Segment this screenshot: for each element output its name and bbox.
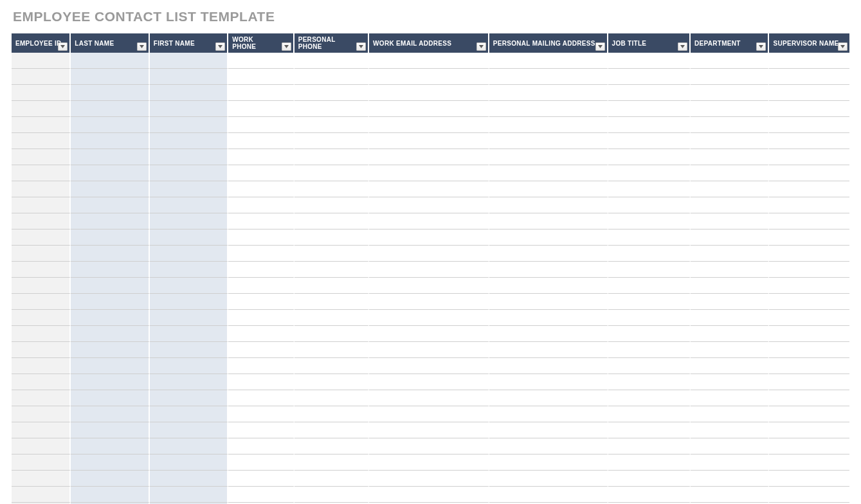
table-cell[interactable] xyxy=(228,246,294,262)
table-cell[interactable] xyxy=(228,230,294,246)
table-cell[interactable] xyxy=(150,117,228,133)
table-cell[interactable] xyxy=(150,390,228,406)
table-cell[interactable] xyxy=(691,230,769,246)
table-cell[interactable] xyxy=(691,246,769,262)
filter-dropdown-icon[interactable] xyxy=(58,42,68,51)
filter-dropdown-icon[interactable] xyxy=(137,42,147,51)
table-cell[interactable] xyxy=(369,230,489,246)
table-cell[interactable] xyxy=(489,69,608,85)
table-cell[interactable] xyxy=(369,101,489,117)
table-cell[interactable] xyxy=(691,342,769,358)
table-cell[interactable] xyxy=(608,69,691,85)
table-cell[interactable] xyxy=(489,471,608,487)
table-cell[interactable] xyxy=(369,213,489,230)
table-cell[interactable] xyxy=(369,133,489,149)
table-cell[interactable] xyxy=(71,230,149,246)
table-cell[interactable] xyxy=(489,278,608,294)
table-cell[interactable] xyxy=(12,197,71,213)
table-cell[interactable] xyxy=(71,165,149,181)
table-cell[interactable] xyxy=(769,246,849,262)
table-cell[interactable] xyxy=(489,133,608,149)
table-cell[interactable] xyxy=(769,310,849,326)
table-cell[interactable] xyxy=(295,149,369,165)
table-cell[interactable] xyxy=(150,342,228,358)
table-cell[interactable] xyxy=(369,471,489,487)
table-cell[interactable] xyxy=(71,133,149,149)
table-cell[interactable] xyxy=(71,406,149,422)
table-cell[interactable] xyxy=(691,455,769,471)
table-cell[interactable] xyxy=(608,374,691,390)
table-cell[interactable] xyxy=(12,390,71,406)
table-cell[interactable] xyxy=(369,422,489,438)
table-cell[interactable] xyxy=(691,422,769,438)
table-cell[interactable] xyxy=(295,278,369,294)
table-cell[interactable] xyxy=(12,326,71,342)
table-cell[interactable] xyxy=(769,487,849,503)
table-cell[interactable] xyxy=(489,342,608,358)
table-cell[interactable] xyxy=(71,471,149,487)
table-cell[interactable] xyxy=(691,487,769,503)
table-cell[interactable] xyxy=(150,101,228,117)
table-cell[interactable] xyxy=(769,213,849,230)
table-cell[interactable] xyxy=(369,149,489,165)
table-cell[interactable] xyxy=(71,390,149,406)
table-cell[interactable] xyxy=(608,406,691,422)
table-cell[interactable] xyxy=(295,230,369,246)
table-cell[interactable] xyxy=(769,326,849,342)
table-cell[interactable] xyxy=(150,149,228,165)
table-cell[interactable] xyxy=(71,422,149,438)
table-cell[interactable] xyxy=(691,358,769,374)
table-cell[interactable] xyxy=(489,53,608,69)
table-cell[interactable] xyxy=(489,438,608,455)
filter-dropdown-icon[interactable] xyxy=(356,42,366,51)
table-cell[interactable] xyxy=(150,438,228,455)
table-cell[interactable] xyxy=(228,406,294,422)
table-cell[interactable] xyxy=(369,358,489,374)
table-cell[interactable] xyxy=(228,213,294,230)
table-cell[interactable] xyxy=(150,455,228,471)
column-header[interactable]: EMPLOYEE ID xyxy=(12,33,71,53)
table-cell[interactable] xyxy=(295,165,369,181)
table-cell[interactable] xyxy=(489,374,608,390)
table-cell[interactable] xyxy=(369,165,489,181)
table-cell[interactable] xyxy=(71,246,149,262)
table-cell[interactable] xyxy=(150,262,228,278)
table-cell[interactable] xyxy=(228,342,294,358)
table-cell[interactable] xyxy=(228,326,294,342)
table-cell[interactable] xyxy=(150,406,228,422)
table-cell[interactable] xyxy=(228,438,294,455)
table-cell[interactable] xyxy=(608,213,691,230)
table-cell[interactable] xyxy=(150,181,228,197)
table-cell[interactable] xyxy=(691,326,769,342)
table-cell[interactable] xyxy=(295,69,369,85)
table-cell[interactable] xyxy=(769,85,849,101)
table-cell[interactable] xyxy=(769,438,849,455)
column-header[interactable]: FIRST NAME xyxy=(150,33,228,53)
table-cell[interactable] xyxy=(691,471,769,487)
table-cell[interactable] xyxy=(608,85,691,101)
table-cell[interactable] xyxy=(489,213,608,230)
table-cell[interactable] xyxy=(608,455,691,471)
table-cell[interactable] xyxy=(228,133,294,149)
table-cell[interactable] xyxy=(228,422,294,438)
table-cell[interactable] xyxy=(71,101,149,117)
table-cell[interactable] xyxy=(12,149,71,165)
column-header[interactable]: DEPARTMENT xyxy=(691,33,769,53)
table-cell[interactable] xyxy=(769,342,849,358)
table-cell[interactable] xyxy=(12,213,71,230)
table-cell[interactable] xyxy=(769,294,849,310)
table-cell[interactable] xyxy=(489,101,608,117)
table-cell[interactable] xyxy=(12,471,71,487)
table-cell[interactable] xyxy=(12,374,71,390)
column-header[interactable]: WORKPHONE xyxy=(228,33,294,53)
table-cell[interactable] xyxy=(691,213,769,230)
table-cell[interactable] xyxy=(608,53,691,69)
table-cell[interactable] xyxy=(12,358,71,374)
table-cell[interactable] xyxy=(228,487,294,503)
table-cell[interactable] xyxy=(228,278,294,294)
table-cell[interactable] xyxy=(608,133,691,149)
table-cell[interactable] xyxy=(369,374,489,390)
table-cell[interactable] xyxy=(608,390,691,406)
table-cell[interactable] xyxy=(150,246,228,262)
table-cell[interactable] xyxy=(295,358,369,374)
